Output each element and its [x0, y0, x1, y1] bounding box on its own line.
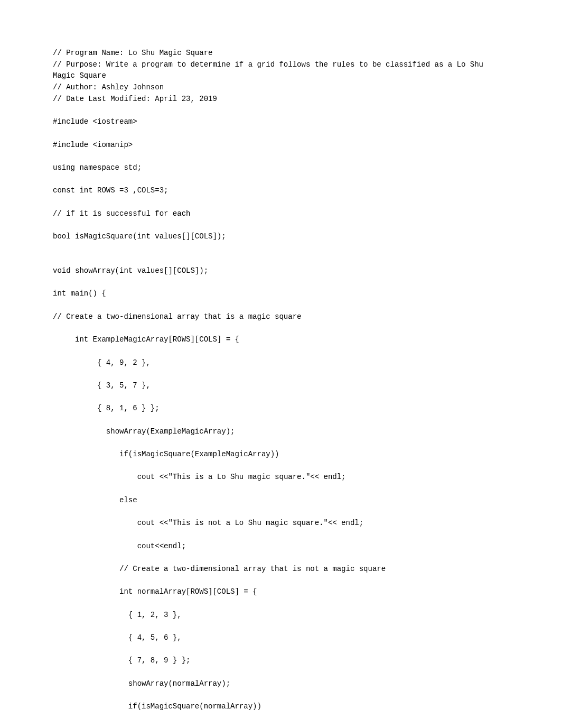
code-block: // Program Name: Lo Shu Magic Square // …: [53, 48, 508, 713]
